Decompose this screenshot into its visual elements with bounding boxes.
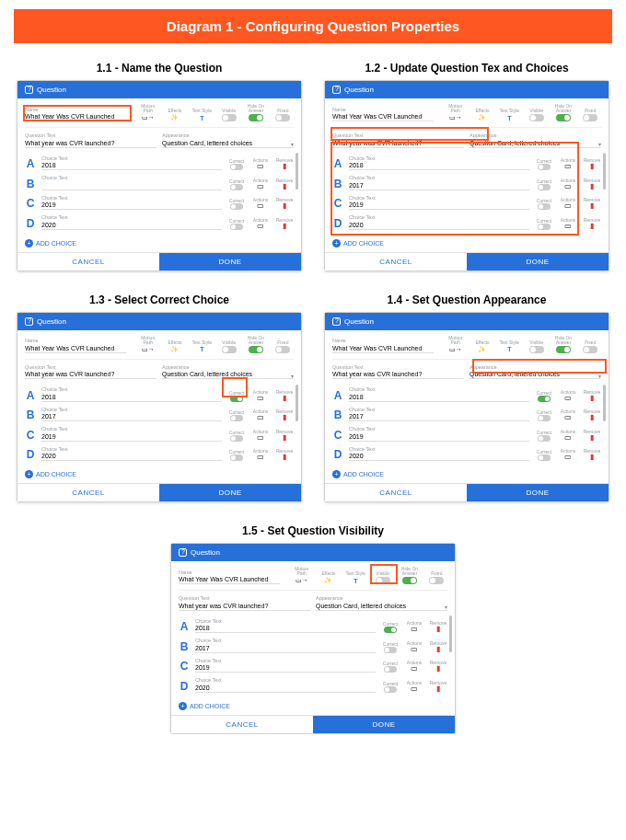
actions-button[interactable]: Actions▭ [559, 178, 577, 190]
appearance-select[interactable]: AppearanceQuestion Card, lettered choice… [470, 133, 601, 148]
choice-text-field[interactable]: Choice Text2020 [41, 447, 222, 462]
choice-text-field[interactable]: Choice Text [41, 176, 222, 190]
toggle-switch[interactable] [275, 114, 290, 121]
cancel-button[interactable]: CANCEL [325, 484, 467, 501]
add-choice-button[interactable]: +ADD CHOICE [325, 236, 609, 250]
toggle-switch[interactable] [222, 114, 237, 121]
remove-button[interactable]: Remove▮ [583, 197, 601, 210]
correct-toggle[interactable]: Correct [227, 430, 246, 442]
name-field[interactable]: NameWhat Year Was CVR Launched [332, 108, 434, 122]
cancel-button[interactable]: CANCEL [171, 716, 313, 733]
remove-button[interactable]: Remove▮ [429, 660, 447, 673]
question-text-field[interactable]: Question TextWhat year was CVR launched? [25, 133, 156, 148]
visible-toggle[interactable]: Visible [218, 340, 239, 353]
remove-button[interactable]: Remove▮ [275, 217, 294, 230]
correct-toggle[interactable]: Correct [227, 158, 246, 170]
actions-button[interactable]: Actions▭ [405, 640, 423, 653]
name-field[interactable]: NameWhat Year Was CVR Launched [25, 108, 126, 122]
correct-toggle[interactable]: Correct [535, 178, 553, 190]
correct-toggle[interactable]: Correct [535, 449, 553, 461]
choice-text-field[interactable]: Choice Text2017 [349, 408, 529, 422]
toggle-switch[interactable] [275, 346, 290, 353]
visible-toggle[interactable]: Visible [526, 340, 547, 353]
toggle-switch[interactable] [222, 346, 237, 353]
remove-button[interactable]: Remove▮ [429, 680, 447, 693]
actions-button[interactable]: Actions▭ [251, 178, 270, 190]
choice-text-field[interactable]: Choice Text2017 [349, 176, 529, 190]
question-text-field[interactable]: Question TextWhat year was CVR launched? [179, 596, 310, 611]
hide-on-answer-toggle[interactable]: Hide On Answer [245, 336, 266, 353]
actions-button[interactable]: Actions▭ [559, 197, 577, 210]
add-choice-button[interactable]: +ADD CHOICE [171, 699, 455, 713]
toggle-switch[interactable] [249, 346, 263, 353]
remove-button[interactable]: Remove▮ [583, 448, 601, 461]
correct-toggle[interactable]: Correct [535, 218, 553, 230]
remove-button[interactable]: Remove▮ [275, 197, 294, 210]
choice-text-field[interactable]: Choice Text2020 [349, 215, 529, 230]
text-style-tool[interactable]: Text StyleT [191, 109, 213, 121]
choice-text-field[interactable]: Choice Text2019 [349, 196, 529, 211]
choice-text-field[interactable]: Choice Text2018 [195, 619, 376, 634]
correct-toggle[interactable]: Correct [535, 158, 553, 170]
hide-on-answer-toggle[interactable]: Hide On Answer [399, 567, 420, 584]
done-button[interactable]: DONE [313, 716, 455, 733]
text-style-tool[interactable]: Text StyleT [499, 109, 520, 121]
hide-on-answer-toggle[interactable]: Hide On Answer [552, 104, 574, 121]
correct-toggle[interactable]: Correct [227, 409, 246, 421]
remove-button[interactable]: Remove▮ [583, 217, 601, 230]
actions-button[interactable]: Actions▭ [405, 620, 423, 633]
effects-tool[interactable]: Effects✨ [164, 340, 185, 353]
remove-button[interactable]: Remove▮ [583, 429, 601, 442]
done-button[interactable]: DONE [467, 484, 609, 501]
choice-text-field[interactable]: Choice Text2017 [195, 639, 376, 653]
choice-text-field[interactable]: Choice Text2019 [41, 196, 222, 211]
fixed-toggle[interactable]: Fixed [580, 109, 601, 121]
correct-toggle[interactable]: Correct [535, 409, 553, 421]
remove-button[interactable]: Remove▮ [275, 389, 294, 402]
actions-button[interactable]: Actions▭ [251, 157, 270, 170]
scrollbar[interactable] [449, 616, 452, 652]
text-style-tool[interactable]: Text StyleT [499, 340, 520, 353]
correct-toggle[interactable]: Correct [227, 178, 246, 190]
actions-button[interactable]: Actions▭ [251, 448, 270, 461]
scrollbar[interactable] [603, 153, 606, 190]
choice-text-field[interactable]: Choice Text2018 [349, 156, 529, 171]
actions-button[interactable]: Actions▭ [251, 429, 270, 442]
name-field[interactable]: NameWhat Year Was CVR Launched [332, 339, 434, 353]
choice-text-field[interactable]: Choice Text2019 [195, 659, 376, 673]
motion-path-tool[interactable]: Motion Path▭→ [291, 567, 312, 584]
fixed-toggle[interactable]: Fixed [272, 340, 294, 353]
add-choice-button[interactable]: +ADD CHOICE [17, 236, 301, 250]
actions-button[interactable]: Actions▭ [559, 389, 577, 402]
correct-toggle[interactable]: Correct [227, 390, 246, 402]
choice-text-field[interactable]: Choice Text2019 [349, 427, 529, 442]
add-choice-button[interactable]: +ADD CHOICE [325, 467, 609, 481]
choice-text-field[interactable]: Choice Text2018 [41, 387, 222, 402]
remove-button[interactable]: Remove▮ [275, 178, 294, 190]
correct-toggle[interactable]: Correct [535, 430, 553, 442]
toggle-switch[interactable] [529, 114, 544, 121]
actions-button[interactable]: Actions▭ [251, 408, 270, 421]
correct-toggle[interactable]: Correct [227, 449, 246, 461]
actions-button[interactable]: Actions▭ [559, 217, 577, 230]
choice-text-field[interactable]: Choice Text2017 [41, 408, 222, 422]
remove-button[interactable]: Remove▮ [429, 640, 447, 653]
remove-button[interactable]: Remove▮ [275, 448, 294, 461]
cancel-button[interactable]: CANCEL [17, 253, 159, 270]
choice-text-field[interactable]: Choice Text2020 [195, 678, 376, 693]
choice-text-field[interactable]: Choice Text2020 [349, 447, 529, 462]
toggle-switch[interactable] [376, 577, 390, 584]
hide-on-answer-toggle[interactable]: Hide On Answer [245, 104, 266, 121]
done-button[interactable]: DONE [467, 253, 609, 270]
correct-toggle[interactable]: Correct [381, 621, 400, 633]
appearance-select[interactable]: AppearanceQuestion Card, lettered choice… [162, 365, 294, 380]
remove-button[interactable]: Remove▮ [583, 389, 601, 402]
done-button[interactable]: DONE [159, 253, 301, 270]
text-style-tool[interactable]: Text StyleT [191, 340, 213, 353]
motion-path-tool[interactable]: Motion Path▭→ [137, 336, 158, 353]
visible-toggle[interactable]: Visible [372, 571, 393, 584]
appearance-select[interactable]: AppearanceQuestion Card, lettered choice… [316, 596, 447, 611]
correct-toggle[interactable]: Correct [227, 198, 246, 210]
toggle-switch[interactable] [556, 114, 571, 121]
actions-button[interactable]: Actions▭ [251, 389, 270, 402]
